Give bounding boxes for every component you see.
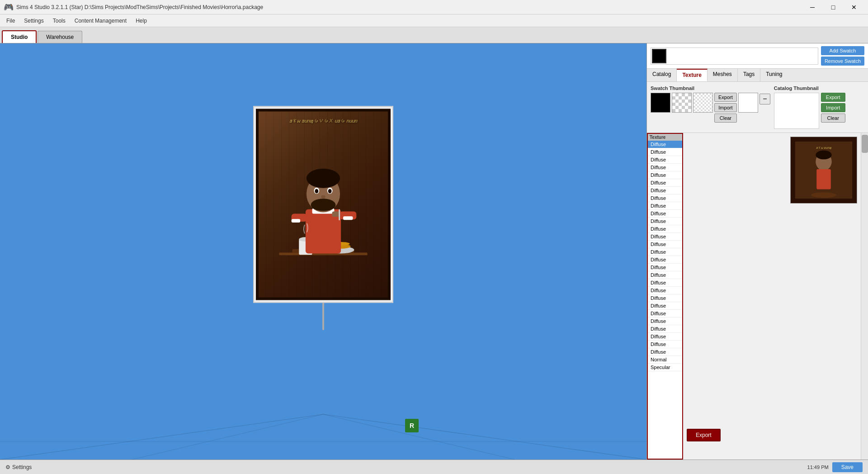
swatch-thumbnail-label: Swatch Thumbnail xyxy=(651,85,770,91)
settings-button[interactable]: ⚙ Settings xyxy=(5,464,32,470)
poster-stand xyxy=(322,303,324,330)
scrollbar-area[interactable] xyxy=(861,133,868,460)
texture-item-diffuse-21[interactable]: Diffuse xyxy=(648,302,682,310)
catalog-clear-button[interactable]: Clear xyxy=(821,114,845,123)
poster-frame: ᥑ᥍ᥕ ᥑᥙᥒᥜ᥀᥎᥀᥊ ᥙᥑ᥀ ᥒᥙᥙᥒ xyxy=(256,109,391,300)
texture-item-diffuse-14[interactable]: Diffuse xyxy=(648,248,682,256)
catalog-export-button[interactable]: Export xyxy=(821,93,845,102)
texture-list-panel: Texture Diffuse Diffuse Diffuse Diffuse … xyxy=(647,133,683,460)
texture-item-diffuse-16[interactable]: Diffuse xyxy=(648,264,682,271)
texture-item-diffuse-18[interactable]: Diffuse xyxy=(648,279,682,287)
texture-item-diffuse-12[interactable]: Diffuse xyxy=(648,233,682,241)
texture-item-diffuse-5[interactable]: Diffuse xyxy=(648,179,682,187)
app-icon: 🎮 xyxy=(4,2,14,12)
texture-item-diffuse-11[interactable]: Diffuse xyxy=(648,225,682,233)
swatch-item[interactable] xyxy=(652,49,666,63)
svg-point-24 xyxy=(315,189,318,193)
texture-preview-image: ᥑ᥍ᥕ ᥑᥙᥒᥜ xyxy=(790,137,857,204)
rpanel-tab-texture[interactable]: Texture xyxy=(677,69,707,81)
scrollbar-thumb[interactable] xyxy=(862,135,868,153)
poster-container: ᥑ᥍ᥕ ᥑᥙᥒᥜ᥀᥎᥀᥊ ᥙᥑ᥀ ᥒᥙᥙᥒ xyxy=(253,106,393,330)
texture-item-diffuse-2[interactable]: Diffuse xyxy=(648,156,682,164)
maximize-button[interactable]: □ xyxy=(823,0,844,14)
swatch-list-area xyxy=(651,47,818,65)
texture-item-specular[interactable]: Specular xyxy=(648,364,682,371)
settings-icon: ⚙ xyxy=(5,464,10,470)
swatch-thumb-checker[interactable] xyxy=(672,93,692,113)
rpanel-tab-tuning[interactable]: Tuning xyxy=(760,69,788,81)
swatch-clear-button[interactable]: Clear xyxy=(714,114,737,123)
texture-item-diffuse-22[interactable]: Diffuse xyxy=(648,310,682,318)
texture-item-diffuse-13[interactable]: Diffuse xyxy=(648,241,682,248)
texture-item-diffuse-7[interactable]: Diffuse xyxy=(648,194,682,202)
poster-character xyxy=(259,134,388,298)
swatch-export-button[interactable]: Export xyxy=(714,93,737,102)
texture-item-diffuse-26[interactable]: Diffuse xyxy=(648,341,682,348)
texture-item-diffuse-19[interactable]: Diffuse xyxy=(648,287,682,294)
close-button[interactable]: ✕ xyxy=(844,0,864,14)
menu-settings[interactable]: Settings xyxy=(19,16,48,26)
swatch-thumbnail-images: Export Import Clear − xyxy=(651,93,770,123)
texture-item-diffuse-23[interactable]: Diffuse xyxy=(648,318,682,325)
rpanel-tab-catalog[interactable]: Catalog xyxy=(647,69,677,81)
poster-frame-outer: ᥑ᥍ᥕ ᥑᥙᥒᥜ᥀᥎᥀᥊ ᥙᥑ᥀ ᥒᥙᥙᥒ xyxy=(253,106,393,303)
texture-list-area: Texture Diffuse Diffuse Diffuse Diffuse … xyxy=(647,133,868,460)
menu-help[interactable]: Help xyxy=(131,16,151,26)
remove-swatch-button[interactable]: Remove Swatch xyxy=(821,57,864,66)
swatch-import-button[interactable]: Import xyxy=(714,103,737,112)
swatch-minus-btn[interactable]: − xyxy=(760,94,770,104)
texture-item-diffuse-4[interactable]: Diffuse xyxy=(648,171,682,179)
svg-point-25 xyxy=(328,189,332,193)
texture-item-diffuse-3[interactable]: Diffuse xyxy=(648,164,682,171)
svg-point-32 xyxy=(816,151,832,160)
right-panel: Add Swatch Remove Swatch Catalog Texture… xyxy=(646,43,868,460)
swatch-thumb-actions: Export Import Clear xyxy=(714,93,737,123)
tab-studio[interactable]: Studio xyxy=(2,30,37,43)
menu-content-management[interactable]: Content Management xyxy=(70,16,131,26)
texture-item-diffuse-17[interactable]: Diffuse xyxy=(648,271,682,279)
bottombar: ⚙ Settings 11:49 PM Save xyxy=(0,460,868,474)
menu-file[interactable]: File xyxy=(2,16,19,26)
swatch-thumb-black[interactable] xyxy=(651,93,670,113)
catalog-thumb-area[interactable] xyxy=(774,93,819,129)
texture-item-normal[interactable]: Normal xyxy=(648,356,682,364)
texture-item-diffuse-24[interactable]: Diffuse xyxy=(648,325,682,333)
r-badge: R xyxy=(405,419,419,432)
svg-rect-33 xyxy=(816,169,831,189)
save-button[interactable]: Save xyxy=(832,462,863,472)
texture-item-diffuse-25[interactable]: Diffuse xyxy=(648,333,682,341)
texture-item-diffuse-15[interactable]: Diffuse xyxy=(648,256,682,264)
rpanel-tab-tags[interactable]: Tags xyxy=(738,69,760,81)
catalog-thumbnail-label: Catalog Thumbnail xyxy=(774,85,864,91)
svg-point-21 xyxy=(311,199,336,211)
titlebar: 🎮 Sims 4 Studio 3.2.1.1 (Star) D:\Sims P… xyxy=(0,0,868,14)
texture-export-button[interactable]: Export xyxy=(687,429,721,441)
menu-tools[interactable]: Tools xyxy=(48,16,70,26)
rpanel-tab-meshes[interactable]: Meshes xyxy=(708,69,738,81)
swatch-buttons: Add Swatch Remove Swatch xyxy=(821,46,864,66)
texture-item-diffuse-6[interactable]: Diffuse xyxy=(648,187,682,194)
swatch-thumb-white[interactable] xyxy=(738,93,758,113)
texture-item-diffuse-27[interactable]: Diffuse xyxy=(648,348,682,356)
texture-panel: Swatch Thumbnail Export Import Clear − xyxy=(647,82,868,460)
tab-warehouse[interactable]: Warehouse xyxy=(38,31,82,43)
main-content: ᥑ᥍ᥕ ᥑᥙᥒᥜ᥀᥎᥀᥊ ᥙᥑ᥀ ᥒᥙᥙᥒ xyxy=(0,43,868,460)
svg-point-34 xyxy=(811,192,836,198)
add-swatch-button[interactable]: Add Swatch xyxy=(821,46,864,55)
rpanel-tabs: Catalog Texture Meshes Tags Tuning xyxy=(647,69,868,82)
minimize-button[interactable]: ─ xyxy=(802,0,823,14)
texture-item-diffuse-9[interactable]: Diffuse xyxy=(648,210,682,218)
title-text: Sims 4 Studio 3.2.1.1 (Star) D:\Sims Pro… xyxy=(16,4,802,10)
svg-rect-15 xyxy=(292,219,301,223)
grid-lines xyxy=(0,369,646,460)
viewport[interactable]: ᥑ᥍ᥕ ᥑᥙᥒᥜ᥀᥎᥀᥊ ᥙᥑ᥀ ᥒᥙᥙᥒ xyxy=(0,43,646,460)
tabbar: Studio Warehouse xyxy=(0,27,868,43)
texture-item-diffuse-1[interactable]: Diffuse xyxy=(648,148,682,156)
texture-item-diffuse-20[interactable]: Diffuse xyxy=(648,294,682,302)
catalog-import-button[interactable]: Import xyxy=(821,103,845,112)
swatch-thumb-checker2[interactable] xyxy=(693,93,713,113)
texture-item-diffuse-10[interactable]: Diffuse xyxy=(648,218,682,225)
texture-item-diffuse-8[interactable]: Diffuse xyxy=(648,202,682,210)
texture-item-diffuse-0[interactable]: Diffuse xyxy=(648,141,682,148)
svg-rect-16 xyxy=(343,216,353,220)
